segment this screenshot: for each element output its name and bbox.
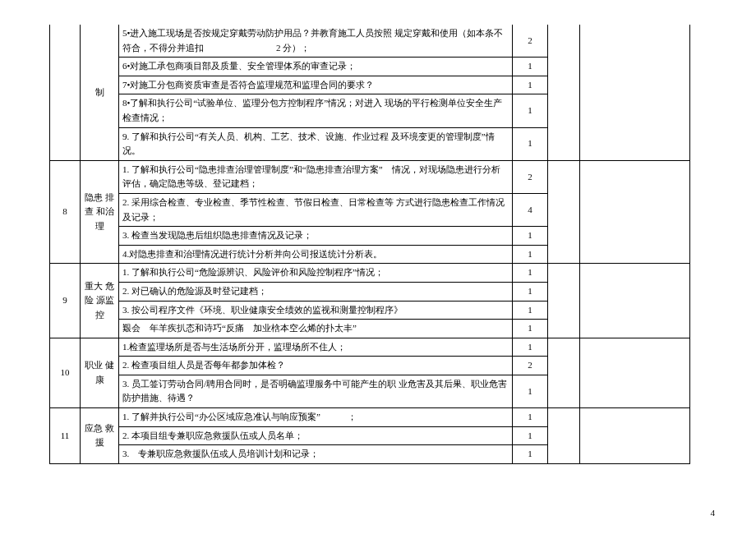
remark-cell: [580, 408, 690, 464]
remark-cell: [580, 25, 690, 160]
row-index: 9: [50, 264, 81, 338]
item-score: 2: [513, 25, 548, 58]
remark-cell: [548, 338, 580, 407]
row-category: 职业 健康: [81, 338, 119, 407]
item-score: 1: [513, 375, 548, 407]
item-text: 9. 了解和执行公司“有关人员、机构、工艺、技术、设施、作业过程 及环境变更的管…: [119, 127, 513, 160]
item-text: 2. 对已确认的危险源及时登记建档；: [119, 282, 513, 301]
item-text: 8•了解和执行公司“试验单位、监理分包方控制程序”情况；对进入 现场的平行检测单…: [119, 94, 513, 127]
item-text: 5•进入施工现场是否按规定穿戴劳动防护用品？并教育施工人员按照 规定穿戴和使用（…: [119, 25, 513, 58]
item-text: 1. 了解和执行公司“隐患排查治理管理制度”和“隐患排查治理方案” 情况，对现场…: [119, 160, 513, 193]
item-score: 1: [513, 245, 548, 264]
item-score: 1: [513, 264, 548, 283]
remark-cell: [548, 264, 580, 338]
remark-cell: [548, 160, 580, 264]
row-category: 重大 危险 源监控: [81, 264, 119, 338]
remark-cell: [580, 338, 690, 407]
item-score: 1: [513, 282, 548, 301]
item-text: 2. 本项目组专兼职应急救援队伍或人员名单；: [119, 426, 513, 445]
item-text: 3. 检查当发现隐患后组织隐患排查情况及记录；: [119, 227, 513, 246]
item-score: 1: [513, 301, 548, 320]
remark-cell: [548, 25, 580, 160]
row-category: 隐患 排查 和治理: [81, 160, 119, 264]
item-score: 4: [513, 193, 548, 226]
item-text: 1. 了解并执行公司“办公区域应急准认与响应预案” ；: [119, 408, 513, 427]
remark-cell: [580, 160, 690, 264]
page-number: 4: [711, 508, 716, 518]
row-index: [50, 25, 81, 160]
row-category: 制: [81, 25, 119, 160]
item-score: 1: [513, 426, 548, 445]
item-score: 2: [513, 160, 548, 193]
item-text: 1.检查监理场所是否与生活场所分开，监理场所不住人；: [119, 338, 513, 357]
row-index: 11: [50, 408, 81, 464]
item-text: 3. 按公司程序文件《环境、职业健康安全绩效的监视和测量控制程序》: [119, 301, 513, 320]
item-text: 艱会 年羊疾扒态和诗巧“反痛 加业梒本空么烯的扑太丰”: [119, 320, 513, 338]
item-score: 1: [513, 94, 548, 127]
item-score: 1: [513, 58, 548, 76]
item-score: 1: [513, 408, 548, 427]
remark-cell: [548, 408, 580, 464]
item-score: 2: [513, 357, 548, 375]
item-score: 1: [513, 227, 548, 246]
item-text: 7•对施工分包商资质审查是否符合监理规范和监理合同的要求？: [119, 76, 513, 94]
item-text: 4.对隐患排查和治理情况进行统计分析并向公司报送统计分析表。: [119, 245, 513, 264]
row-category: 应急 救援: [81, 408, 119, 464]
item-text: 3. 专兼职应急救援队伍或人员培训计划和记录；: [119, 445, 513, 464]
remark-cell: [580, 264, 690, 338]
item-score: 1: [513, 320, 548, 338]
item-text: 2. 检查项目组人员是否每年都参加体检？: [119, 357, 513, 375]
main-table: 制 5•进入施工现场是否按规定穿戴劳动防护用品？并教育施工人员按照 规定穿戴和使…: [49, 25, 690, 464]
row-index: 10: [50, 338, 81, 407]
item-score: 1: [513, 127, 548, 160]
row-index: 8: [50, 160, 81, 264]
item-text: 2. 采用综合检查、专业检查、季节性检查、节假日检查、日常检查等 方式进行隐患检…: [119, 193, 513, 226]
assessment-table: 制 5•进入施工现场是否按规定穿戴劳动防护用品？并教育施工人员按照 规定穿戴和使…: [49, 25, 690, 464]
item-score: 1: [513, 338, 548, 357]
item-score: 1: [513, 76, 548, 94]
item-score: 1: [513, 445, 548, 464]
item-text: 6•对施工承包商项目部及质量、安全管理体系的审查记录；: [119, 58, 513, 76]
item-text: 1. 了解和执行公司“危险源辨识、风险评价和风险控制程序”情况；: [119, 264, 513, 283]
item-text: 3. 员工签订劳动合同/聘用合同时，是否明确监理服务中可能产生的职 业危害及其后…: [119, 375, 513, 407]
